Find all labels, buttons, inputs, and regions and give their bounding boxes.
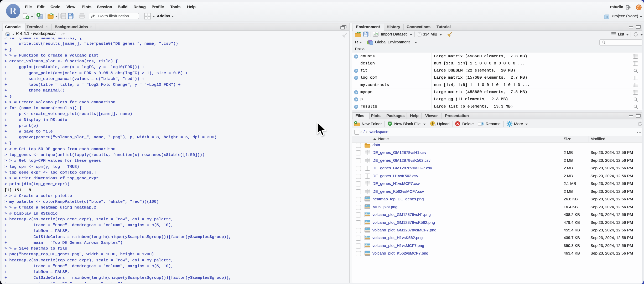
svg-text:R: R [10,6,17,16]
svg-text:R: R [7,33,9,37]
svg-text:R: R [606,15,608,19]
